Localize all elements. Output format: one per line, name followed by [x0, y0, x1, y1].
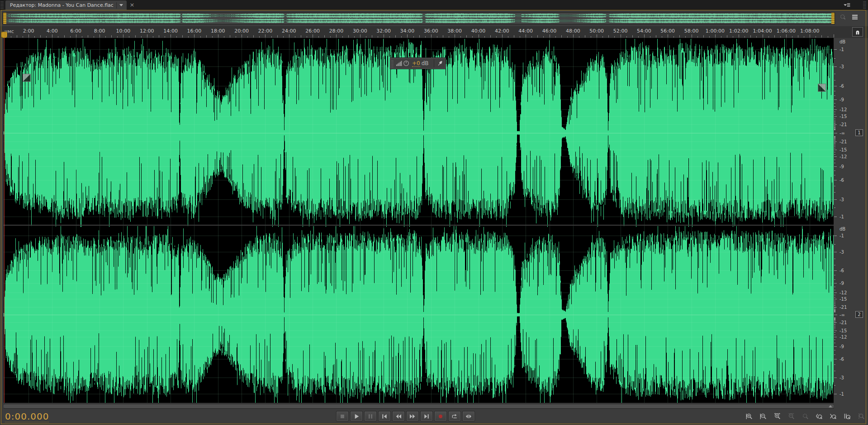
stop-button[interactable] [336, 411, 349, 421]
db-scale-label: -9 [840, 344, 844, 349]
overview-end-handle[interactable] [831, 13, 835, 24]
play-button[interactable] [350, 411, 363, 421]
zoom-in-time-button[interactable] [772, 412, 783, 421]
db-scale[interactable]: dB-1-1-3-3-6-6-9-9-12-12-15-15-21-21-∞dB… [834, 38, 867, 403]
ruler-tick [182, 35, 183, 38]
playhead-line[interactable] [4, 38, 5, 403]
db-scale-tick [834, 66, 837, 67]
tab-dropdown-icon[interactable] [119, 4, 123, 6]
db-scale-label: -6 [840, 178, 844, 183]
ruler-time-label: 30:00 [353, 28, 367, 34]
record-button[interactable] [434, 411, 447, 421]
timeline-ruler[interactable]: чмс 2:004:006:008:0010:0012:0014:0016:00… [0, 26, 868, 38]
ruler-tick [23, 36, 23, 38]
db-scale-tick [834, 137, 835, 137]
editor-tab[interactable]: Редактор: Madonna - You Can Dance.flac [5, 0, 127, 10]
ruler-tick [28, 34, 29, 38]
db-scale-tick [834, 106, 835, 107]
waveform-canvas[interactable] [4, 38, 834, 403]
ruler-time-label: 28:00 [329, 28, 344, 34]
zoom-selection-button[interactable] [842, 412, 853, 421]
ruler-tick [585, 35, 585, 38]
ruler-tick [247, 36, 248, 38]
ruler-tick [490, 35, 491, 38]
zoom-out-time-button[interactable] [786, 412, 797, 421]
db-scale-label: -1 [840, 391, 844, 396]
overview-waveform[interactable] [6, 13, 831, 24]
rewind-button[interactable] [392, 411, 405, 421]
horizontal-scrollbar[interactable] [4, 404, 834, 409]
loop-playback-button[interactable] [448, 411, 461, 421]
zoom-out-overview-icon[interactable] [840, 14, 847, 21]
ruler-tick [407, 34, 408, 38]
ruler-tick [449, 36, 449, 38]
time-display[interactable]: 0:00.000 [5, 411, 49, 422]
panel-menu-icon[interactable] [843, 2, 850, 9]
overview-start-handle[interactable] [3, 13, 6, 24]
db-scale-tick [834, 139, 835, 139]
ruler-tick [703, 35, 704, 38]
pin-icon[interactable] [436, 60, 444, 67]
zoom-in-amplitude-button[interactable] [744, 412, 754, 421]
panel-grip-icon[interactable] [863, 1, 866, 9]
hud-grip-icon[interactable] [391, 59, 394, 67]
fade-in-handle[interactable] [23, 74, 31, 82]
playhead-marker[interactable] [1, 32, 7, 38]
zoom-selection-out-button[interactable] [828, 412, 839, 421]
ruler-tick [165, 36, 165, 38]
db-scale-label: dB [840, 227, 845, 231]
db-scale-tick [834, 49, 837, 50]
db-scale-tick [834, 145, 835, 145]
skip-forward-button[interactable] [420, 411, 433, 421]
ruler-tick [674, 36, 674, 38]
ruler-tick [531, 36, 532, 38]
list-icon[interactable] [851, 14, 859, 21]
gain-value[interactable]: +0 [412, 60, 420, 67]
fade-out-handle[interactable] [818, 84, 826, 92]
ruler-tick [597, 34, 597, 38]
db-scale-tick [834, 91, 835, 91]
tab-close-icon[interactable]: × [128, 1, 136, 9]
ruler-tick [313, 34, 313, 38]
db-scale-tick [834, 275, 835, 275]
ruler-tick [816, 36, 816, 38]
channel-1-badge[interactable]: 1 [855, 129, 863, 136]
ruler-tick [537, 35, 538, 38]
channel-2-badge[interactable]: 2 [855, 311, 863, 318]
scrollbar-thumb[interactable] [4, 404, 834, 408]
zoom-out-amplitude-button[interactable] [758, 412, 768, 421]
db-scale-label: -9 [840, 97, 844, 102]
ruler-time-label: 24:00 [282, 28, 296, 34]
waveform-area[interactable] [4, 38, 834, 403]
ruler-tick [348, 35, 349, 38]
ruler-tick [212, 36, 213, 38]
db-scale-tick [834, 118, 835, 118]
db-scale-tick [834, 116, 837, 117]
overview-strip[interactable] [3, 12, 835, 24]
ruler-tick [739, 34, 739, 38]
gain-hud[interactable]: +0 dB [390, 57, 446, 69]
snap-magnet-button[interactable] [852, 27, 863, 37]
zoom-controls [744, 412, 867, 421]
panel-grip-icon[interactable] [0, 1, 4, 9]
ruler-tick [413, 36, 414, 38]
ruler-time-label: 50:00 [589, 28, 604, 34]
db-scale-tick [834, 152, 835, 152]
ruler-tick [64, 35, 65, 38]
pause-button[interactable] [364, 411, 377, 421]
db-scale-tick [834, 312, 835, 312]
ruler-tick [632, 35, 633, 38]
zoom-reset-button[interactable] [800, 412, 811, 421]
skip-back-button[interactable] [378, 411, 391, 421]
ruler-tick [342, 36, 343, 38]
db-scale-tick [834, 322, 835, 322]
ruler-tick [496, 36, 497, 38]
gain-knob-icon[interactable] [403, 60, 410, 67]
db-scale-tick [834, 346, 837, 347]
ruler-time-label: 1:06:00 [777, 28, 796, 34]
skip-selection-button[interactable] [462, 411, 475, 421]
zoom-selection-in-button[interactable] [814, 412, 825, 421]
zoom-reset-amplitude-button[interactable] [856, 412, 867, 421]
fast-forward-button[interactable] [406, 411, 419, 421]
db-scale-label: -3 [840, 197, 844, 202]
